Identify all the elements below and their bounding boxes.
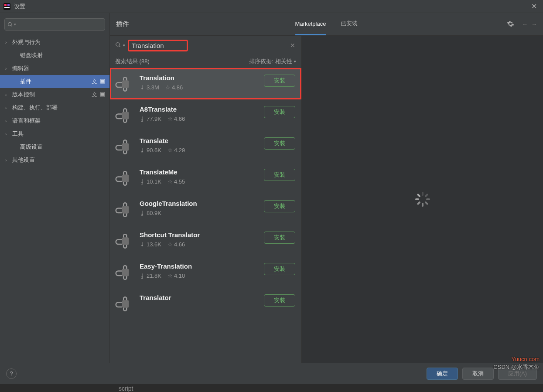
app-icon bbox=[3, 3, 10, 10]
plugin-name: Translate bbox=[140, 137, 258, 144]
tree-item-label: 版本控制 bbox=[12, 91, 35, 99]
tabs: Marketplace已安装 bbox=[295, 13, 358, 35]
plugin-item[interactable]: A8Translate⭳ 77.9K☆ 4.66安装 bbox=[110, 99, 301, 131]
download-icon: ⭳ bbox=[140, 84, 145, 91]
tree-item[interactable]: ›外观与行为 bbox=[0, 36, 109, 49]
tree-item-label: 语言和框架 bbox=[12, 117, 41, 125]
content-header: 插件 Marketplace已安装 ← → bbox=[110, 13, 543, 36]
download-icon: ⭳ bbox=[140, 147, 145, 153]
plugin-search-input[interactable] bbox=[132, 42, 184, 49]
svg-point-4 bbox=[8, 22, 12, 26]
svg-rect-10 bbox=[122, 143, 129, 151]
tab[interactable]: 已安装 bbox=[341, 13, 358, 35]
plugin-detail-pane bbox=[302, 36, 543, 363]
sidebar-search-input[interactable] bbox=[18, 21, 102, 28]
install-button[interactable]: 安装 bbox=[264, 75, 295, 87]
tree-item[interactable]: ›工具 bbox=[0, 127, 109, 140]
tree-item[interactable]: ›版本控制文▣ bbox=[0, 88, 109, 101]
project-icon: ▣ bbox=[100, 78, 105, 85]
tree-item-label: 外观与行为 bbox=[12, 38, 41, 46]
chevron-down-icon[interactable]: ▾ bbox=[123, 43, 125, 48]
tree-item-label: 高级设置 bbox=[20, 143, 43, 151]
svg-rect-15 bbox=[122, 300, 129, 308]
install-button[interactable]: 安装 bbox=[264, 106, 295, 118]
plugin-icon bbox=[115, 138, 133, 156]
download-icon: ⭳ bbox=[140, 241, 145, 248]
plugin-list[interactable]: Translation⭳ 3.3M☆ 4.86安装A8Translate⭳ 77… bbox=[110, 68, 301, 363]
star-icon: ☆ bbox=[167, 116, 173, 122]
download-icon: ⭳ bbox=[140, 116, 145, 122]
plugin-name: Translation bbox=[140, 74, 258, 82]
search-icon bbox=[115, 42, 121, 49]
plugin-icon bbox=[115, 201, 133, 219]
nav-back-icon[interactable]: ← bbox=[522, 21, 528, 27]
plugin-icon bbox=[115, 295, 133, 313]
tab[interactable]: Marketplace bbox=[295, 13, 326, 35]
install-button[interactable]: 安装 bbox=[264, 263, 295, 275]
install-button[interactable]: 安装 bbox=[264, 169, 295, 181]
install-button[interactable]: 安装 bbox=[264, 232, 295, 244]
plugin-item[interactable]: TranslateMe⭳ 10.1K☆ 4.55安装 bbox=[110, 162, 301, 194]
svg-rect-8 bbox=[122, 80, 129, 88]
plugin-meta: ⭳ 3.3M☆ 4.86 bbox=[140, 84, 258, 91]
install-button[interactable]: 安装 bbox=[264, 294, 295, 307]
install-button[interactable]: 安装 bbox=[264, 137, 295, 150]
tree-item[interactable]: 键盘映射 bbox=[0, 49, 109, 62]
plugin-name: Easy-Translation bbox=[140, 262, 258, 270]
gear-icon[interactable] bbox=[507, 20, 514, 29]
download-icon: ⭳ bbox=[140, 273, 145, 279]
footer: ? 确定 取消 应用(A) bbox=[0, 363, 543, 384]
results-bar: 搜索结果 (88) 排序依据: 相关性 ▾ bbox=[110, 55, 301, 68]
translate-icon: 文 bbox=[92, 78, 97, 85]
tree-item[interactable]: 插件文▣ bbox=[0, 75, 109, 88]
plugin-icon bbox=[115, 232, 133, 250]
titlebar: 设置 ✕ bbox=[0, 0, 543, 13]
tree-item-label: 键盘映射 bbox=[20, 51, 43, 59]
tree-item-label: 构建、执行、部署 bbox=[12, 104, 58, 112]
star-icon: ☆ bbox=[167, 273, 173, 279]
plugin-name: Translator bbox=[140, 294, 258, 301]
tree-item[interactable]: 高级设置 bbox=[0, 140, 109, 153]
plugin-item[interactable]: Translator安装 bbox=[110, 288, 301, 319]
plugin-item[interactable]: Translation⭳ 3.3M☆ 4.86安装 bbox=[110, 68, 301, 99]
svg-rect-14 bbox=[122, 269, 129, 276]
plugin-meta: ⭳ 90.6K☆ 4.29 bbox=[140, 147, 258, 153]
nav-forward-icon[interactable]: → bbox=[531, 21, 537, 27]
install-button[interactable]: 安装 bbox=[264, 200, 295, 212]
plugin-item[interactable]: Shortcut Translator⭳ 13.6K☆ 4.66安装 bbox=[110, 225, 301, 256]
tree-item[interactable]: ›其他设置 bbox=[0, 153, 109, 167]
svg-point-6 bbox=[116, 42, 120, 46]
ok-button[interactable]: 确定 bbox=[427, 368, 458, 380]
plugin-meta: ⭳ 80.9K bbox=[140, 210, 258, 216]
plugin-icon bbox=[115, 106, 133, 125]
download-icon: ⭳ bbox=[140, 210, 145, 216]
settings-tree: ›外观与行为键盘映射›编辑器插件文▣›版本控制文▣›构建、执行、部署›语言和框架… bbox=[0, 34, 109, 363]
plugin-icon bbox=[115, 75, 133, 93]
svg-rect-1 bbox=[4, 4, 7, 6]
sort-dropdown[interactable]: 排序依据: 相关性 ▾ bbox=[249, 58, 296, 65]
plugin-item[interactable]: Easy-Translation⭳ 21.8K☆ 4.10安装 bbox=[110, 256, 301, 288]
plugin-item[interactable]: GoogleTranslation⭳ 80.9K安装 bbox=[110, 194, 301, 225]
svg-rect-2 bbox=[7, 4, 10, 6]
clear-search-icon[interactable]: ✕ bbox=[290, 42, 295, 49]
plugin-search-row: ▾ ✕ bbox=[110, 36, 301, 55]
tree-item-label: 其他设置 bbox=[12, 156, 35, 164]
stray-text: script bbox=[119, 385, 133, 392]
chevron-right-icon: › bbox=[5, 92, 7, 97]
plugin-list-pane: ▾ ✕ 搜索结果 (88) 排序依据: 相关性 ▾ Translation⭳ 3… bbox=[110, 36, 302, 363]
apply-button[interactable]: 应用(A) bbox=[498, 368, 537, 380]
help-button[interactable]: ? bbox=[6, 368, 17, 379]
cancel-button[interactable]: 取消 bbox=[462, 368, 494, 380]
close-button[interactable]: ✕ bbox=[529, 2, 540, 10]
sidebar: ▾ ›外观与行为键盘映射›编辑器插件文▣›版本控制文▣›构建、执行、部署›语言和… bbox=[0, 13, 110, 363]
chevron-right-icon: › bbox=[5, 119, 7, 123]
chevron-down-icon: ▾ bbox=[14, 22, 16, 27]
tree-item-label: 工具 bbox=[12, 130, 24, 138]
chevron-right-icon: › bbox=[5, 66, 7, 71]
tree-item[interactable]: ›构建、执行、部署 bbox=[0, 101, 109, 114]
tree-item[interactable]: ›编辑器 bbox=[0, 62, 109, 75]
sidebar-search[interactable]: ▾ bbox=[4, 18, 105, 31]
page-title: 插件 bbox=[116, 20, 129, 28]
plugin-item[interactable]: Translate⭳ 90.6K☆ 4.29安装 bbox=[110, 131, 301, 162]
tree-item[interactable]: ›语言和框架 bbox=[0, 114, 109, 127]
